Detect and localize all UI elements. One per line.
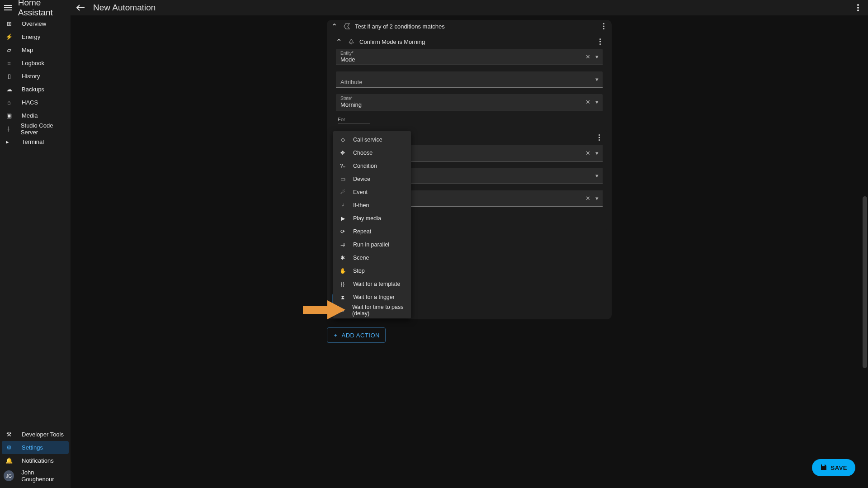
dd-repeat[interactable]: ⟳Repeat [333, 225, 411, 238]
sidebar-item-label: Terminal [22, 138, 44, 145]
add-action-outer-button[interactable]: ＋ ADD ACTION [327, 327, 386, 343]
svg-point-10 [599, 41, 601, 43]
palette-icon: ✱ [340, 255, 346, 261]
save-button[interactable]: SAVE [812, 459, 855, 476]
scrollbar[interactable] [862, 15, 868, 488]
condition-icon: ?₌ [340, 163, 346, 169]
dd-parallel[interactable]: ⇉Run in parallel [333, 238, 411, 251]
dd-choose[interactable]: ✥Choose [333, 146, 411, 159]
store-icon: ⌂ [5, 99, 13, 106]
sidebar-item-backups[interactable]: ☁Backups [2, 83, 69, 96]
sidebar-item-media[interactable]: ▣Media [2, 109, 69, 122]
sidebar-item-logbook[interactable]: ≡Logbook [2, 57, 69, 70]
bolt-icon: ⚡ [5, 33, 13, 40]
sidebar-user[interactable]: JG John Goughenour [0, 467, 71, 484]
branch-icon: ⑂ [340, 202, 346, 208]
dd-wait-template[interactable]: {}Wait for a template [333, 277, 411, 290]
sidebar-item-devtools[interactable]: ⚒Developer Tools [2, 428, 69, 441]
sidebar-item-settings[interactable]: ⚙Settings [2, 441, 69, 454]
dd-label: Stop [353, 268, 365, 274]
svg-point-7 [603, 26, 604, 27]
caret-down-icon[interactable]: ▾ [594, 150, 600, 156]
condition-2-menu-button[interactable] [594, 134, 604, 141]
svg-rect-2 [4, 9, 12, 10]
dd-label: If-then [353, 202, 369, 208]
dd-stop[interactable]: ✋Stop [333, 264, 411, 277]
list-icon: ≡ [5, 60, 13, 66]
menu-icon[interactable] [4, 2, 13, 13]
caret-down-icon[interactable]: ▾ [594, 99, 600, 105]
vscode-icon: ⟊ [5, 125, 12, 132]
sidebar-item-history[interactable]: ▯History [2, 70, 69, 83]
dd-label: Event [353, 189, 368, 195]
entity-label: Entity* [340, 51, 354, 56]
sidebar-item-map[interactable]: ▱Map [2, 43, 69, 57]
dd-label: Device [353, 176, 370, 182]
dd-label: Wait for a template [353, 281, 400, 287]
caret-down-icon[interactable]: ▾ [594, 76, 600, 83]
entity-field[interactable]: Entity* Mode ✕ ▾ [336, 49, 603, 65]
caret-down-icon[interactable]: ▾ [594, 195, 600, 202]
flag-icon [342, 23, 351, 29]
dashboard-icon: ⊞ [5, 20, 13, 27]
parallel-icon: ⇉ [340, 242, 346, 248]
dd-device[interactable]: ▭Device [333, 172, 411, 185]
sidebar-item-label: Settings [22, 444, 43, 451]
back-button[interactable] [75, 2, 86, 13]
dd-label: Wait for a trigger [353, 294, 395, 300]
sidebar-item-energy[interactable]: ⚡Energy [2, 30, 69, 43]
condition-1-title: Confirm Mode is Morning [359, 38, 592, 45]
dd-label: Repeat [353, 228, 371, 235]
dd-label: Scene [353, 255, 369, 261]
map-icon: ▱ [5, 47, 13, 53]
svg-point-14 [599, 139, 600, 141]
condition-1-header: ⌃ Confirm Mode is Morning [331, 34, 607, 49]
caret-down-icon[interactable]: ▾ [594, 172, 600, 179]
clear-icon[interactable]: ✕ [585, 195, 591, 202]
sidebar-item-label: Backups [22, 86, 44, 93]
save-icon [820, 464, 827, 472]
condition-1-menu-button[interactable] [595, 38, 604, 45]
svg-point-9 [599, 38, 601, 40]
state-icon [347, 38, 356, 45]
cloud-icon: ☁ [5, 86, 13, 93]
dd-call-service[interactable]: ◇Call service [333, 133, 411, 146]
caret-down-icon[interactable]: ▾ [594, 53, 600, 60]
attribute-field[interactable]: Attribute ▾ [336, 71, 603, 88]
save-label: SAVE [831, 464, 847, 471]
plus-icon: ＋ [333, 331, 339, 339]
if-block-title: Test if any of 2 conditions matches [355, 23, 595, 30]
clear-icon[interactable]: ✕ [585, 99, 591, 105]
state-field[interactable]: State* Morning ✕ ▾ [336, 94, 603, 110]
scrollbar-thumb[interactable] [863, 196, 867, 368]
clear-icon[interactable]: ✕ [585, 150, 591, 156]
chevron-down-icon[interactable]: ⌃ [330, 22, 339, 31]
clear-icon[interactable]: ✕ [585, 53, 591, 60]
for-input[interactable] [338, 123, 370, 123]
arrow-decision-icon: ✥ [340, 150, 346, 156]
sidebar-item-label: Map [22, 47, 33, 53]
chevron-down-icon[interactable]: ⌃ [334, 38, 343, 46]
dd-if-then[interactable]: ⑂If-then [333, 199, 411, 212]
hammer-icon: ⚒ [5, 431, 13, 438]
sidebar-item-hacs[interactable]: ⌂HACS [2, 96, 69, 109]
bell-icon: 🔔 [5, 457, 13, 464]
svg-point-5 [857, 9, 859, 11]
dd-play-media[interactable]: ▶Play media [333, 212, 411, 225]
sidebar-item-label: History [22, 73, 40, 80]
dd-condition[interactable]: ?₌Condition [333, 159, 411, 172]
sidebar-item-studio[interactable]: ⟊Studio Code Server [2, 122, 69, 135]
dd-event[interactable]: ☄Event [333, 185, 411, 199]
sidebar-item-terminal[interactable]: ▸_Terminal [2, 135, 69, 148]
if-block-menu-button[interactable] [599, 23, 608, 29]
dd-scene[interactable]: ✱Scene [333, 251, 411, 264]
state-label: State* [340, 96, 353, 101]
sidebar-item-overview[interactable]: ⊞Overview [2, 17, 69, 30]
svg-point-4 [857, 7, 859, 9]
svg-point-11 [599, 43, 601, 45]
sidebar-item-label: Media [22, 112, 38, 119]
sidebar-item-notifications[interactable]: 🔔Notifications [2, 454, 69, 467]
dd-label: Choose [353, 150, 373, 156]
page-menu-button[interactable] [853, 2, 863, 13]
page-title: New Automation [93, 3, 156, 13]
